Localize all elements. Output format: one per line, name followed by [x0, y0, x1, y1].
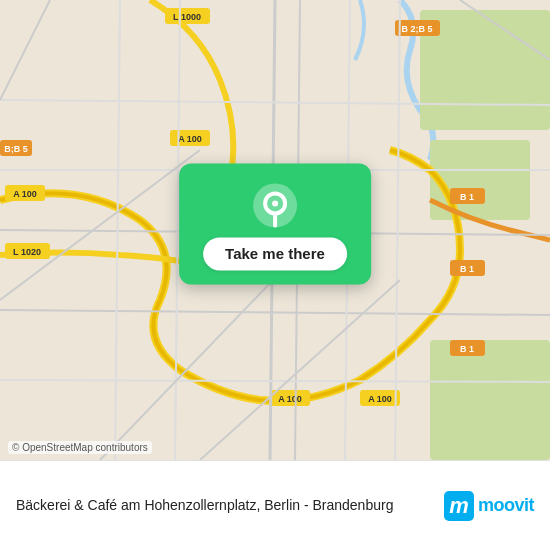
- svg-point-44: [272, 200, 278, 206]
- map-area: A 100 A 100 A 100 A 100 L 1000 L 1020 B …: [0, 0, 550, 460]
- place-info: Bäckerei & Café am Hohenzollernplatz, Be…: [16, 496, 444, 516]
- svg-text:L 1020: L 1020: [13, 247, 41, 257]
- map-credit: © OpenStreetMap contributors: [8, 441, 152, 454]
- location-pin-icon: [251, 181, 299, 229]
- moovit-logo-text: moovit: [478, 495, 534, 516]
- svg-text:L 1000: L 1000: [173, 12, 201, 22]
- svg-text:A 100: A 100: [13, 189, 37, 199]
- take-me-there-button[interactable]: Take me there: [203, 237, 347, 270]
- svg-text:A 100: A 100: [368, 394, 392, 404]
- moovit-logo: m moovit: [444, 491, 534, 521]
- svg-text:A 100: A 100: [178, 134, 202, 144]
- moovit-logo-icon: m: [444, 491, 474, 521]
- svg-text:B 2;B 5: B 2;B 5: [401, 24, 432, 34]
- navigation-card: Take me there: [179, 163, 371, 284]
- svg-text:B 1: B 1: [460, 264, 474, 274]
- svg-text:B;B 5: B;B 5: [4, 144, 28, 154]
- svg-text:A 100: A 100: [278, 394, 302, 404]
- svg-text:B 1: B 1: [460, 344, 474, 354]
- svg-rect-3: [430, 340, 550, 460]
- svg-text:B 1: B 1: [460, 192, 474, 202]
- bottom-bar: Bäckerei & Café am Hohenzollernplatz, Be…: [0, 460, 550, 550]
- place-name: Bäckerei & Café am Hohenzollernplatz, Be…: [16, 496, 444, 516]
